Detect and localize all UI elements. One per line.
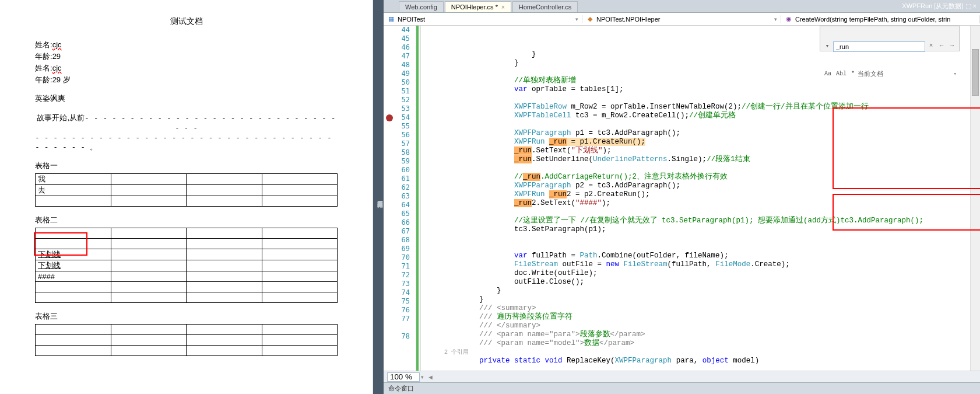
bottom-panel-tab[interactable]: 命令窗口 <box>384 382 980 394</box>
story-dash1: - - - - - - - - - - - - - - - - - - - - … <box>85 113 335 132</box>
table-cell <box>187 185 262 196</box>
code-line[interactable] <box>421 120 970 129</box>
code-line[interactable]: } <box>421 295 970 304</box>
code-line[interactable]: //_run.AddCarriageReturn();2、注意只对表格外换行有效 <box>421 173 970 182</box>
code-line[interactable] <box>421 234 970 243</box>
code-line[interactable]: doc.Write(outFile); <box>421 269 970 278</box>
title-right[interactable]: XWPFRun [从元数据] ⬚ × <box>902 2 977 11</box>
find-opt-word[interactable]: Abl <box>834 71 848 77</box>
code-line[interactable] <box>421 243 970 252</box>
code-line[interactable]: XWPFParagraph p1 = tc3.AddParagraph(); <box>421 129 970 138</box>
table-row <box>36 335 338 346</box>
table-cell <box>111 271 187 282</box>
gutter-line: 67 <box>384 227 410 236</box>
code-line[interactable] <box>421 208 970 217</box>
find-input[interactable] <box>833 41 925 52</box>
find-scope[interactable]: 当前文档 <box>858 69 953 78</box>
code-editor[interactable]: 4445464748495051525354555657585960616263… <box>384 26 980 371</box>
code-line[interactable]: _run.SetUnderline(UnderlinePatterns.Sing… <box>421 155 970 164</box>
table2-label: 表格二 <box>35 215 338 225</box>
table-cell <box>36 325 111 335</box>
code-line[interactable]: outFile.Close(); <box>421 278 970 287</box>
table-cell <box>262 249 338 260</box>
table-cell <box>262 174 338 185</box>
zoom-input[interactable] <box>387 372 420 382</box>
gutter-line: 69 <box>384 245 410 253</box>
code-line[interactable] <box>421 94 970 103</box>
find-next-icon[interactable]: → <box>947 42 957 51</box>
bottom-panel-label: 命令窗口 <box>388 384 414 393</box>
code-line[interactable]: /// <param name="para">段落参数</param> <box>421 330 970 339</box>
find-prev-icon[interactable]: ← <box>937 42 946 51</box>
table-cell <box>262 239 338 249</box>
table-cell <box>36 228 111 239</box>
table-cell <box>262 228 338 239</box>
code-line[interactable]: _run.SetText("下划线"); <box>421 147 970 155</box>
table-cell: 下划线 <box>36 260 111 271</box>
doc-line: 姓名:cjc <box>35 63 338 74</box>
chevron-down-icon[interactable]: ▾ <box>421 374 424 380</box>
code-line[interactable]: //这里设置了一下 //在复制这个就无效了 tc3.SetParagraph(p… <box>421 217 970 225</box>
code-line[interactable]: private static void ReplaceKey(XWPFParag… <box>421 357 970 365</box>
gutter-line: 51 <box>384 87 410 96</box>
story-prefix: 故事开始,从前 <box>37 113 85 122</box>
code-line[interactable]: XWPFRun _run2 = p2.CreateRun(); <box>421 190 970 199</box>
change-margin <box>416 26 421 371</box>
table-one: 我去 <box>35 173 338 207</box>
table-cell <box>262 185 338 196</box>
side-toolbox-bar[interactable]: 服务器资源管理器 工具箱 <box>373 0 384 394</box>
gutter-line: 59 <box>384 157 410 166</box>
scrollbar-thumb[interactable] <box>972 49 979 96</box>
crumb-method[interactable]: ◉ CreateWord(string tempFilePath, string… <box>781 15 980 23</box>
find-bar: ▾ × ← → Aa Abl * 当前文档 ▾ <box>820 26 960 51</box>
code-line[interactable]: /// 遍历替换段落位置字符 <box>421 313 970 322</box>
find-opt-regex[interactable]: * <box>849 71 856 77</box>
table-row: #### <box>36 271 338 282</box>
code-line[interactable]: var fullPath = Path.Combine(outFolder, f… <box>421 252 970 260</box>
code-line[interactable]: XWPFTableRow m_Row2 = oprTable.InsertNew… <box>421 103 970 111</box>
vertical-scrollbar[interactable] <box>970 26 980 371</box>
hscroll-left-icon[interactable]: ◄ <box>427 374 434 381</box>
gutter-line: 76 <box>384 306 410 315</box>
table-cell <box>262 196 338 207</box>
code-line[interactable]: tc3.SetParagraph(p1); <box>421 225 970 234</box>
crumb-namespace[interactable]: ◆ NPOITest.NPOIHleper ▾ <box>582 15 781 23</box>
table-cell: 去 <box>36 185 111 196</box>
table-cell <box>262 292 338 303</box>
table-cell: 下划线 <box>36 249 111 260</box>
breakpoint-icon[interactable] <box>386 114 393 121</box>
gutter-line: 63 <box>384 192 410 201</box>
code-line[interactable]: } <box>421 287 970 295</box>
table-cell <box>111 196 187 207</box>
code-line[interactable]: XWPFParagraph p2 = tc3.AddParagraph(); <box>421 182 970 190</box>
find-opt-case[interactable]: Aa <box>823 71 833 77</box>
code-line[interactable] <box>421 164 970 173</box>
crumb-method-label: CreateWord(string tempFilePath, string o… <box>795 16 950 23</box>
code-area[interactable]: ▾ × ← → Aa Abl * 当前文档 ▾ <box>421 26 970 371</box>
find-close-icon[interactable]: × <box>926 42 936 51</box>
gutter-line: 66 <box>384 218 410 227</box>
code-line[interactable]: FileStream outFile = new FileStream(full… <box>421 260 970 269</box>
gutter-line: 56 <box>384 131 410 140</box>
gutter-line: 77 <box>384 315 410 323</box>
editor-tab[interactable]: NPOIHleper.cs *× <box>445 1 511 12</box>
gutter-line: 62 <box>384 183 410 192</box>
table-row <box>36 239 338 249</box>
crumb-project[interactable]: ▦ NPOITest ▾ <box>384 15 582 23</box>
close-icon[interactable]: × <box>501 4 505 11</box>
code-line[interactable]: XWPFTableCell tc3 = m_Row2.CreateCell();… <box>421 111 970 120</box>
code-line[interactable]: _run2.SetText("####"); <box>421 199 970 208</box>
code-line[interactable]: /// <summary> <box>421 304 970 313</box>
breadcrumb-bar: ▦ NPOITest ▾ ◆ NPOITest.NPOIHleper ▾ ◉ C… <box>384 13 980 26</box>
gutter-line: 46 <box>384 43 410 52</box>
code-line[interactable]: /// </summary> <box>421 322 970 330</box>
find-expand-icon[interactable]: ▾ <box>823 42 832 51</box>
table-three <box>35 324 338 356</box>
table-cell <box>187 282 262 292</box>
editor-tab[interactable]: HomeController.cs <box>512 1 578 12</box>
code-line[interactable]: /// <param name="model">数据</param> <box>421 339 970 348</box>
code-line[interactable]: XWPFRun _run = p1.CreateRun(); <box>421 138 970 147</box>
editor-tab[interactable]: Web.config <box>399 1 444 12</box>
table-cell <box>36 292 111 303</box>
codelens[interactable]: 2 个引用 <box>421 348 970 357</box>
